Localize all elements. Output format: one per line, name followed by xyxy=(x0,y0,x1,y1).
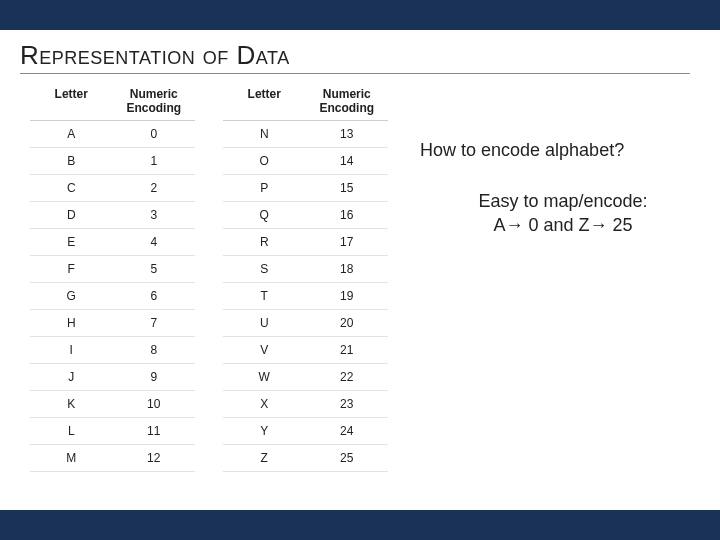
cell-encoding: 13 xyxy=(306,121,389,148)
answer-line-2: A→ 0 and Z→ 25 xyxy=(493,215,632,235)
table-row: P15 xyxy=(223,175,388,202)
cell-letter: D xyxy=(30,202,113,229)
cell-encoding: 19 xyxy=(306,283,389,310)
cell-letter: N xyxy=(223,121,306,148)
cell-encoding: 20 xyxy=(306,310,389,337)
cell-letter: M xyxy=(30,445,113,472)
cell-letter: T xyxy=(223,283,306,310)
table-row: H7 xyxy=(30,310,195,337)
cell-letter: Y xyxy=(223,418,306,445)
table-row: C2 xyxy=(30,175,195,202)
cell-encoding: 23 xyxy=(306,391,389,418)
cell-encoding: 10 xyxy=(113,391,196,418)
cell-letter: X xyxy=(223,391,306,418)
cell-encoding: 2 xyxy=(113,175,196,202)
answer-line-1: Easy to map/encode: xyxy=(478,191,647,211)
cell-encoding: 6 xyxy=(113,283,196,310)
cell-encoding: 3 xyxy=(113,202,196,229)
cell-encoding: 17 xyxy=(306,229,389,256)
table-row: Y24 xyxy=(223,418,388,445)
cell-encoding: 25 xyxy=(306,445,389,472)
cell-encoding: 22 xyxy=(306,364,389,391)
cell-letter: B xyxy=(30,148,113,175)
cell-letter: A xyxy=(30,121,113,148)
table-row: O14 xyxy=(223,148,388,175)
cell-letter: P xyxy=(223,175,306,202)
side-panel: How to encode alphabet? Easy to map/enco… xyxy=(416,84,706,238)
cell-letter: F xyxy=(30,256,113,283)
cell-letter: R xyxy=(223,229,306,256)
cell-encoding: 14 xyxy=(306,148,389,175)
title-wrap: Representation of Data xyxy=(0,30,720,76)
encoding-table-right: Letter Numeric Encoding N13O14P15Q16R17S… xyxy=(223,84,388,472)
cell-letter: I xyxy=(30,337,113,364)
cell-encoding: 18 xyxy=(306,256,389,283)
table-header-row: Letter Numeric Encoding xyxy=(223,84,388,121)
cell-letter: Q xyxy=(223,202,306,229)
table-row: Q16 xyxy=(223,202,388,229)
table-row: L11 xyxy=(30,418,195,445)
cell-letter: L xyxy=(30,418,113,445)
table-row: E4 xyxy=(30,229,195,256)
cell-letter: S xyxy=(223,256,306,283)
cell-letter: U xyxy=(223,310,306,337)
page-title: Representation of Data xyxy=(20,40,690,74)
table-row: U20 xyxy=(223,310,388,337)
col-encoding: Numeric Encoding xyxy=(113,84,196,121)
cell-letter: E xyxy=(30,229,113,256)
cell-letter: Z xyxy=(223,445,306,472)
question-text: How to encode alphabet? xyxy=(420,140,706,161)
table-row: A0 xyxy=(30,121,195,148)
table-header-row: Letter Numeric Encoding xyxy=(30,84,195,121)
table-row: F5 xyxy=(30,256,195,283)
cell-encoding: 9 xyxy=(113,364,196,391)
cell-encoding: 11 xyxy=(113,418,196,445)
cell-encoding: 8 xyxy=(113,337,196,364)
cell-letter: W xyxy=(223,364,306,391)
table-row: I8 xyxy=(30,337,195,364)
cell-letter: V xyxy=(223,337,306,364)
table-row: X23 xyxy=(223,391,388,418)
cell-encoding: 7 xyxy=(113,310,196,337)
encoding-table-left: Letter Numeric Encoding A0B1C2D3E4F5G6H7… xyxy=(30,84,195,472)
col-letter: Letter xyxy=(30,84,113,121)
cell-letter: C xyxy=(30,175,113,202)
table-row: T19 xyxy=(223,283,388,310)
content-area: Letter Numeric Encoding A0B1C2D3E4F5G6H7… xyxy=(0,76,720,472)
cell-letter: J xyxy=(30,364,113,391)
table-row: N13 xyxy=(223,121,388,148)
cell-encoding: 0 xyxy=(113,121,196,148)
table-row: G6 xyxy=(30,283,195,310)
col-letter: Letter xyxy=(223,84,306,121)
table-row: Z25 xyxy=(223,445,388,472)
table-row: R17 xyxy=(223,229,388,256)
cell-encoding: 15 xyxy=(306,175,389,202)
table-row: B1 xyxy=(30,148,195,175)
table-row: D3 xyxy=(30,202,195,229)
cell-letter: O xyxy=(223,148,306,175)
table-row: W22 xyxy=(223,364,388,391)
table-row: V21 xyxy=(223,337,388,364)
table-row: K10 xyxy=(30,391,195,418)
cell-letter: G xyxy=(30,283,113,310)
header-band xyxy=(0,0,720,30)
table-row: J9 xyxy=(30,364,195,391)
cell-letter: H xyxy=(30,310,113,337)
answer-text: Easy to map/encode: A→ 0 and Z→ 25 xyxy=(420,189,706,238)
table-row: S18 xyxy=(223,256,388,283)
table-row: M12 xyxy=(30,445,195,472)
col-encoding: Numeric Encoding xyxy=(306,84,389,121)
cell-encoding: 4 xyxy=(113,229,196,256)
cell-letter: K xyxy=(30,391,113,418)
cell-encoding: 24 xyxy=(306,418,389,445)
cell-encoding: 5 xyxy=(113,256,196,283)
footer-band xyxy=(0,510,720,540)
cell-encoding: 21 xyxy=(306,337,389,364)
cell-encoding: 12 xyxy=(113,445,196,472)
cell-encoding: 1 xyxy=(113,148,196,175)
cell-encoding: 16 xyxy=(306,202,389,229)
